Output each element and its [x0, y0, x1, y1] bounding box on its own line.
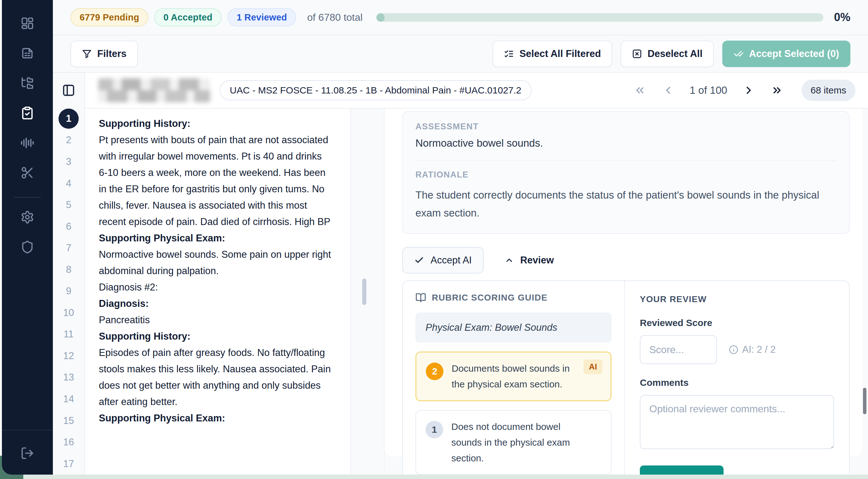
sidebar-divider — [14, 197, 41, 198]
notes-document-icon[interactable] — [17, 43, 37, 63]
encounter-title-pill: UAC - MS2 FOSCE - 11.08.25 - 1B - Abdomi… — [220, 80, 532, 100]
rail-item-5[interactable]: 5 — [53, 194, 84, 216]
collapse-panel-icon[interactable] — [60, 82, 77, 98]
dashboard-icon[interactable] — [17, 13, 37, 33]
sidebar — [2, 0, 53, 475]
cancel-button[interactable]: Cancel — [743, 473, 775, 475]
rubric-option-score-badge: 2 — [426, 362, 443, 380]
rail-item-4[interactable]: 4 — [53, 172, 84, 194]
rubric-item-title: Physical Exam: Bowel Sounds — [415, 313, 612, 343]
select-all-filtered-button[interactable]: Select All Filtered — [493, 41, 612, 67]
rationale-label: RATIONALE — [415, 170, 837, 180]
rubric-option-score-badge: 1 — [426, 421, 443, 438]
review-expanded-card: RUBRIC SCORING GUIDE Physical Exam: Bowe… — [402, 280, 850, 475]
transcript-body: Pancreatitis — [99, 312, 333, 328]
accept-ai-button[interactable]: Accept AI — [402, 247, 484, 274]
accept-selected-label: Accept Selected (0) — [749, 48, 839, 60]
security-shield-icon[interactable] — [17, 237, 37, 257]
chevron-up-icon — [504, 256, 514, 265]
ai-score-hint-text: AI: 2 / 2 — [742, 344, 776, 355]
audio-waveform-icon[interactable] — [17, 133, 37, 153]
review-toggle[interactable]: Review — [504, 255, 554, 266]
item-number-rail: 1 2 3 4 5 6 7 8 9 10 11 12 13 14 15 16 1 — [53, 73, 85, 475]
check-check-icon — [734, 49, 744, 59]
first-page-icon[interactable] — [633, 84, 647, 97]
transcript-heading: Supporting Physical Exam: — [99, 410, 333, 426]
rail-item-2[interactable]: 2 — [53, 129, 84, 151]
score-input[interactable] — [640, 335, 717, 364]
assessment-divider — [415, 160, 837, 160]
list-checks-icon — [504, 49, 514, 59]
next-page-icon[interactable] — [742, 84, 756, 97]
logout-icon[interactable] — [17, 443, 37, 463]
accept-ai-label: Accept AI — [431, 255, 472, 266]
comments-textarea[interactable] — [640, 395, 834, 449]
review-toggle-label: Review — [520, 255, 554, 266]
transcript-heading: Diagnosis: — [99, 295, 333, 312]
app-window: 6779 Pending 0 Accepted 1 Reviewed of 67… — [2, 0, 868, 475]
rail-item-12[interactable]: 12 — [53, 345, 84, 367]
transcript-scrollbar-thumb[interactable] — [362, 279, 366, 305]
book-open-icon — [415, 292, 426, 303]
rail-item-6[interactable]: 6 — [53, 216, 84, 237]
rubric-title: RUBRIC SCORING GUIDE — [432, 293, 548, 303]
transcript-heading: Supporting Physical Exam: — [99, 230, 333, 247]
transcript-body: Normoactive bowel sounds. Some pain on u… — [99, 247, 333, 295]
reviewed-badge: 1 Reviewed — [227, 8, 296, 26]
app-stage: 6779 Pending 0 Accepted 1 Reviewed of 67… — [0, 0, 868, 479]
save-review-button[interactable]: Save Review — [640, 466, 723, 475]
deselect-all-label: Deselect All — [647, 48, 703, 60]
page-scrollbar-thumb[interactable] — [863, 388, 866, 414]
ai-score-hint: AI: 2 / 2 — [729, 344, 776, 355]
rubric-option-score-2[interactable]: 2 Documents bowel sounds in the physical… — [415, 352, 612, 401]
rail-item-13[interactable]: 13 — [53, 366, 84, 388]
square-x-icon — [632, 49, 642, 59]
select-all-filtered-label: Select All Filtered — [519, 48, 601, 60]
scissors-icon[interactable] — [17, 163, 37, 183]
transcript-body: Pt presents with bouts of pain that are … — [99, 132, 333, 230]
rail-item-15[interactable]: 15 — [53, 410, 84, 432]
ai-choice-badge: AI — [584, 359, 602, 374]
rubric-pane: RUBRIC SCORING GUIDE Physical Exam: Bowe… — [403, 281, 625, 475]
rubric-option-score-1[interactable]: 1 Does not document bowel sounds in the … — [415, 410, 612, 475]
detail-header: UAC - MS2 FOSCE - 11.08.25 - 1B - Abdomi… — [85, 73, 868, 108]
rationale-text: The student correctly documents the stat… — [415, 186, 837, 222]
rail-item-8[interactable]: 8 — [53, 259, 84, 280]
rail-item-10[interactable]: 10 — [53, 302, 84, 324]
action-row: Accept AI Review — [402, 247, 850, 274]
detail-panel: UAC - MS2 FOSCE - 11.08.25 - 1B - Abdomi… — [85, 73, 868, 475]
progress-bar-fill — [376, 13, 384, 22]
settings-gear-icon[interactable] — [17, 207, 37, 227]
rail-item-17[interactable]: 17 — [53, 453, 84, 475]
redacted-student-name — [98, 78, 210, 102]
funnel-icon — [82, 49, 92, 59]
rubric-option-text: Documents bowel sounds in the physical e… — [452, 361, 584, 392]
page-bottom-strip — [0, 474, 868, 479]
prev-page-icon[interactable] — [661, 84, 675, 97]
deselect-all-button[interactable]: Deselect All — [621, 41, 714, 67]
review-clipboard-icon[interactable] — [17, 103, 37, 123]
assessment-label: ASSESSMENT — [415, 122, 837, 132]
your-review-title: YOUR REVIEW — [640, 294, 834, 304]
filters-label: Filters — [97, 48, 126, 60]
assessment-card: ASSESSMENT Normoactive bowel sounds. RAT… — [402, 111, 850, 234]
last-page-icon[interactable] — [770, 84, 784, 97]
rail-item-11[interactable]: 11 — [53, 323, 84, 345]
folder-tree-icon[interactable] — [17, 73, 37, 93]
rail-item-14[interactable]: 14 — [53, 388, 84, 410]
pending-badge: 6779 Pending — [70, 8, 148, 26]
filters-button[interactable]: Filters — [70, 41, 138, 67]
transcript-panel[interactable]: Supporting History: Pt presents with bou… — [85, 108, 351, 475]
transcript-heading: Supporting History: — [99, 116, 333, 132]
status-bar: 6779 Pending 0 Accepted 1 Reviewed of 67… — [53, 0, 868, 35]
reviewed-score-label: Reviewed Score — [640, 318, 834, 328]
pagination: 1 of 100 — [633, 84, 784, 97]
toolbar: Filters Select All Filtered Deselect All — [53, 35, 868, 73]
accept-selected-button[interactable]: Accept Selected (0) — [722, 41, 850, 67]
rail-item-1[interactable]: 1 — [53, 108, 84, 130]
rail-item-9[interactable]: 9 — [53, 280, 84, 302]
total-label: of 6780 total — [307, 12, 363, 23]
rail-item-7[interactable]: 7 — [53, 237, 84, 259]
rail-item-3[interactable]: 3 — [53, 151, 84, 173]
rail-item-16[interactable]: 16 — [53, 432, 84, 453]
